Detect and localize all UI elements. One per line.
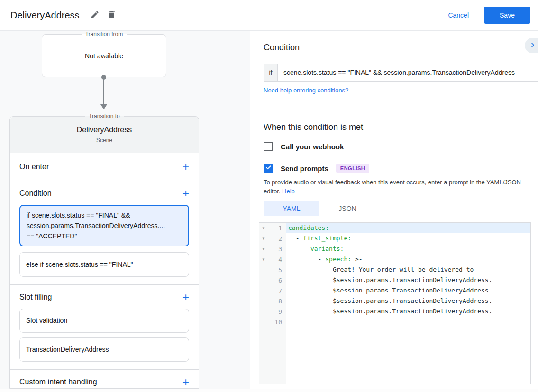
checkmark-icon [265, 164, 272, 173]
scene-type: Scene [96, 137, 112, 144]
condition-line: session.params.TransactionDeliveryAddres… [27, 220, 182, 231]
editor-format-tabs: YAML JSON [264, 201, 538, 216]
editor-gutter-row: ▼2 [259, 233, 286, 244]
line-number: 7 [268, 287, 286, 294]
editor-code-line: $session.params.TransactionDeliveryAddre… [286, 275, 530, 285]
line-number: 2 [268, 235, 286, 242]
help-link[interactable]: Help [282, 188, 295, 195]
transition-arrow-line [103, 79, 104, 104]
if-prefix-label: if [264, 64, 277, 82]
cancel-button[interactable]: Cancel [448, 11, 469, 19]
transition-to-label: Transition to [85, 113, 124, 119]
send-prompts-row: Send prompts ENGLISH [264, 164, 538, 173]
transition-from-box: Transition from Not available [42, 34, 166, 77]
editor-gutter-row: 5 [259, 264, 286, 275]
condition-line: else if scene.slots.status == "FINAL" [26, 259, 182, 270]
fold-arrow-icon[interactable]: ▼ [259, 257, 268, 262]
editor-code-line: $session.params.TransactionDeliveryAddre… [286, 285, 530, 296]
edit-scene-name-button[interactable] [90, 10, 100, 21]
fold-arrow-icon[interactable]: ▼ [259, 226, 268, 230]
editor-gutter-row: 10 [259, 317, 286, 327]
trash-icon [107, 10, 117, 21]
editor-gutter-row: ▼1 [259, 223, 286, 233]
when-met-heading: When this condition is met [264, 122, 538, 132]
header-bar: DeliveryAddress Cancel Save [0, 0, 538, 31]
condition-item-else[interactable]: else if scene.slots.status == "FINAL" [19, 252, 189, 277]
slot-filling-title: Slot filling [19, 293, 52, 301]
slot-transaction-delivery-address-item[interactable]: TransactionDeliveryAddress [19, 337, 189, 362]
scene-graph-panel: Transition from Not available Transition… [0, 31, 250, 389]
transition-arrow-head-icon [100, 104, 107, 109]
prompt-help-body: To provide audio or visual feedback when… [264, 179, 521, 195]
slot-filling-section: Slot filling + Slot validation Transacti… [10, 285, 199, 370]
collapse-panel-button[interactable] [525, 38, 538, 53]
editor-code[interactable]: candidates: - first_simple: variants: - … [286, 223, 530, 384]
editor-code-line: - first_simple: [286, 233, 530, 244]
editor-gutter-row: 9 [259, 306, 286, 317]
condition-input-row: if scene.slots.status == "FINAL" && sess… [264, 64, 538, 82]
add-slot-button[interactable]: + [182, 292, 189, 302]
condition-section-title: Condition [19, 189, 52, 198]
line-number: 3 [268, 246, 286, 253]
editor-code-line: candidates: [286, 223, 530, 233]
bottom-edge-strip [0, 389, 538, 392]
scene-card: Transition to DeliveryAddress Scene On e… [9, 116, 199, 389]
tab-json[interactable]: JSON [319, 201, 375, 216]
line-number: 5 [268, 266, 286, 273]
editor-code-line: - speech: >- [286, 254, 530, 264]
transition-from-label: Transition from [82, 31, 127, 37]
yaml-code-editor[interactable]: ▼1▼2▼3▼45678910 candidates: - first_simp… [259, 222, 531, 384]
condition-help-link[interactable]: Need help entering conditions? [264, 87, 348, 94]
chevron-right-icon [529, 41, 537, 50]
editor-code-line [286, 317, 530, 327]
editor-code-line: $session.params.TransactionDeliveryAddre… [286, 296, 530, 306]
on-enter-section: On enter + [10, 153, 199, 181]
editor-gutter-row: ▼3 [259, 244, 286, 254]
add-condition-button[interactable]: + [182, 189, 189, 198]
editor-code-line: variants: [286, 244, 530, 254]
custom-intent-title: Custom intent handling [19, 378, 97, 386]
delete-scene-button[interactable] [107, 10, 117, 21]
transition-from-value: Not available [85, 52, 123, 60]
editor-gutter-row: 7 [259, 285, 286, 296]
condition-line: if scene.slots.status == "FINAL" && [27, 210, 182, 220]
editor-gutter-row: 8 [259, 296, 286, 306]
editor-gutter-row: ▼4 [259, 254, 286, 264]
condition-section: Condition + if scene.slots.status == "FI… [10, 181, 199, 285]
webhook-row: Call your webhook [264, 142, 538, 151]
condition-heading: Condition [264, 43, 538, 53]
editor-gutter-row: 6 [259, 275, 286, 285]
editor-code-line: Great! Your order will be delivered to [286, 264, 530, 275]
line-number: 6 [268, 277, 286, 284]
editor-gutter: ▼1▼2▼3▼45678910 [259, 223, 286, 384]
line-number: 4 [268, 256, 286, 263]
save-button[interactable]: Save [484, 7, 530, 24]
line-number: 9 [268, 308, 286, 315]
add-on-enter-button[interactable]: + [182, 162, 189, 172]
on-enter-title: On enter [19, 163, 49, 171]
fold-arrow-icon[interactable]: ▼ [259, 237, 268, 241]
condition-expression-input[interactable]: scene.slots.status == "FINAL" && session… [277, 64, 538, 82]
condition-item-selected[interactable]: if scene.slots.status == "FINAL" && sess… [19, 205, 189, 246]
page-title: DeliveryAddress [10, 10, 80, 21]
send-prompts-checkbox[interactable] [264, 164, 273, 173]
call-webhook-checkbox[interactable] [264, 142, 273, 151]
scene-card-header: DeliveryAddress Scene [10, 117, 199, 153]
prompt-help-text: To provide audio or visual feedback when… [264, 178, 536, 196]
line-number: 8 [268, 298, 286, 305]
call-webhook-label: Call your webhook [281, 143, 344, 151]
scene-editor-page: DeliveryAddress Cancel Save Transition f… [0, 0, 538, 392]
editor-code-line: $session.params.TransactionDeliveryAddre… [286, 306, 530, 317]
send-prompts-label: Send prompts [281, 164, 328, 173]
line-number: 1 [268, 225, 286, 232]
condition-line: == "ACCEPTED" [27, 231, 182, 241]
slot-validation-item[interactable]: Slot validation [19, 309, 189, 333]
add-custom-intent-button[interactable]: + [182, 377, 189, 387]
pencil-icon [90, 10, 100, 21]
fold-arrow-icon[interactable]: ▼ [259, 247, 268, 251]
line-number: 10 [268, 319, 286, 326]
tab-yaml[interactable]: YAML [264, 201, 319, 216]
language-badge: ENGLISH [336, 164, 369, 173]
scene-name: DeliveryAddress [77, 126, 132, 134]
section-divider [250, 106, 538, 106]
